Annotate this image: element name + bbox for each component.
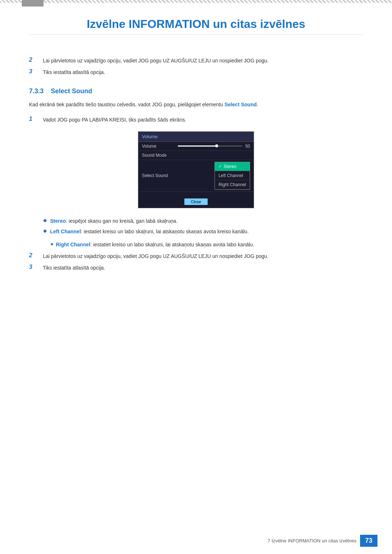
osd-close-button[interactable]: Close bbox=[184, 198, 208, 205]
step-3-below-number: 3 bbox=[29, 264, 40, 270]
osd-slider-fill bbox=[178, 145, 216, 147]
bullet-text-stereo: Stereo: iespējot skaņu gan no kreisā, ga… bbox=[50, 217, 177, 225]
osd-label-selectsound: Select Sound bbox=[142, 173, 185, 178]
page-title: Izvēlne INFORMATION un citas izvēlnes bbox=[29, 17, 363, 35]
osd-close-row: Close bbox=[138, 196, 254, 208]
osd-row-selectsound: Select Sound ✓ Stereo Left Channel Right… bbox=[138, 160, 254, 192]
sub-bullet-dot-rightchannel bbox=[51, 243, 53, 245]
footer-text: 7 Izvēlne INFORMATION un citas izvēlnes bbox=[268, 538, 356, 543]
step-2-below: 2 Lai pārvietotos uz vajadzīgo opciju, v… bbox=[29, 252, 363, 260]
osd-menu: Volume Volume 50 Sound Mode Select Sound bbox=[138, 131, 254, 208]
section-number: 7.3.3 bbox=[29, 87, 44, 95]
top-border bbox=[0, 0, 392, 3]
step-3-above: 3 Tiks iestatīta atlasītā opcija. bbox=[29, 68, 363, 76]
osd-label-soundmode: Sound Mode bbox=[142, 153, 250, 158]
rightchannel-desc: : iestatiet kreiso un labo skaļruni, lai… bbox=[90, 242, 254, 247]
page-number-badge: 73 bbox=[360, 535, 377, 547]
osd-slider-track bbox=[178, 145, 242, 147]
osd-volume-value: 50 bbox=[245, 144, 250, 149]
osd-row-volume: Volume 50 bbox=[138, 142, 254, 151]
step-2-above-number: 2 bbox=[29, 57, 40, 63]
sub-bullet-list: Right Channel: iestatiet kreiso un labo … bbox=[51, 241, 363, 249]
step-1: 1 Vadot JOG pogu PA LABI/PA KREISI, tiks… bbox=[29, 116, 363, 124]
osd-slider: 50 bbox=[178, 144, 250, 149]
section-intro-plain: Kad ekrānā tiek parādīts tiešo taustiņu … bbox=[29, 102, 225, 107]
section-title: Select Sound bbox=[51, 87, 92, 95]
step-3-above-number: 3 bbox=[29, 68, 40, 75]
bullet-leftchannel: Left Channel: iestatiet kreiso un labo s… bbox=[44, 228, 363, 235]
sub-bullet-text-rightchannel: Right Channel: iestatiet kreiso un labo … bbox=[56, 241, 254, 249]
osd-row-spacer bbox=[138, 192, 254, 196]
stereo-desc: : iespējot skaņu gan no kreisā, gan labā… bbox=[66, 218, 177, 224]
osd-submenu-stereo: ✓ Stereo bbox=[215, 162, 250, 171]
step-3-below: 3 Tiks iestatīta atlasītā opcija. bbox=[29, 264, 363, 272]
sub-bullet-rightchannel: Right Channel: iestatiet kreiso un labo … bbox=[51, 241, 363, 249]
page-footer: 7 Izvēlne INFORMATION un citas izvēlnes … bbox=[268, 535, 377, 547]
osd-submenu-leftchannel: Left Channel bbox=[215, 171, 250, 180]
stereo-bold: Stereo bbox=[50, 218, 66, 224]
bullet-dot-leftchannel bbox=[44, 230, 46, 233]
step-3-above-text: Tiks iestatīta atlasītā opcija. bbox=[43, 68, 105, 76]
bullet-dot-stereo bbox=[44, 219, 46, 222]
top-tag bbox=[22, 0, 44, 7]
step-2-below-number: 2 bbox=[29, 252, 40, 259]
section-intro-end: . bbox=[257, 102, 258, 107]
osd-row-soundmode: Sound Mode bbox=[138, 151, 254, 160]
step-3-below-text: Tiks iestatīta atlasītā opcija. bbox=[43, 264, 105, 272]
bullet-list: Stereo: iespējot skaņu gan no kreisā, ga… bbox=[44, 217, 363, 235]
section-intro: Kad ekrānā tiek parādīts tiešo taustiņu … bbox=[29, 100, 363, 108]
osd-submenu-stereo-label: Stereo bbox=[224, 164, 236, 169]
step-2-below-text: Lai pārvietotos uz vajadzīgo opciju, vad… bbox=[43, 252, 269, 260]
osd-screenshot-container: Volume Volume 50 Sound Mode Select Sound bbox=[29, 131, 363, 208]
osd-title: Volume bbox=[138, 132, 254, 142]
osd-submenu: ✓ Stereo Left Channel Right Channel bbox=[215, 162, 250, 190]
leftchannel-desc: : iestatiet kreiso un labo skaļruni, lai… bbox=[81, 229, 249, 234]
osd-label-volume: Volume bbox=[142, 144, 178, 149]
leftchannel-bold: Left Channel bbox=[50, 229, 81, 234]
checkmark-icon: ✓ bbox=[219, 164, 222, 169]
bullet-stereo: Stereo: iespējot skaņu gan no kreisā, ga… bbox=[44, 217, 363, 225]
step-1-number: 1 bbox=[29, 116, 40, 122]
osd-submenu-rightchannel: Right Channel bbox=[215, 180, 250, 189]
bullet-text-leftchannel: Left Channel: iestatiet kreiso un labo s… bbox=[50, 228, 249, 235]
section-intro-bold: Select Sound bbox=[225, 102, 257, 107]
section-heading: 7.3.3 Select Sound bbox=[29, 87, 363, 95]
step-2-above-text: Lai pārvietotos uz vajadzīgo opciju, vad… bbox=[43, 57, 269, 65]
rightchannel-bold: Right Channel bbox=[56, 242, 90, 247]
step-2-above: 2 Lai pārvietotos uz vajadzīgo opciju, v… bbox=[29, 57, 363, 65]
step-1-text: Vadot JOG pogu PA LABI/PA KREISI, tiks p… bbox=[43, 116, 186, 124]
osd-slider-thumb bbox=[215, 144, 218, 147]
